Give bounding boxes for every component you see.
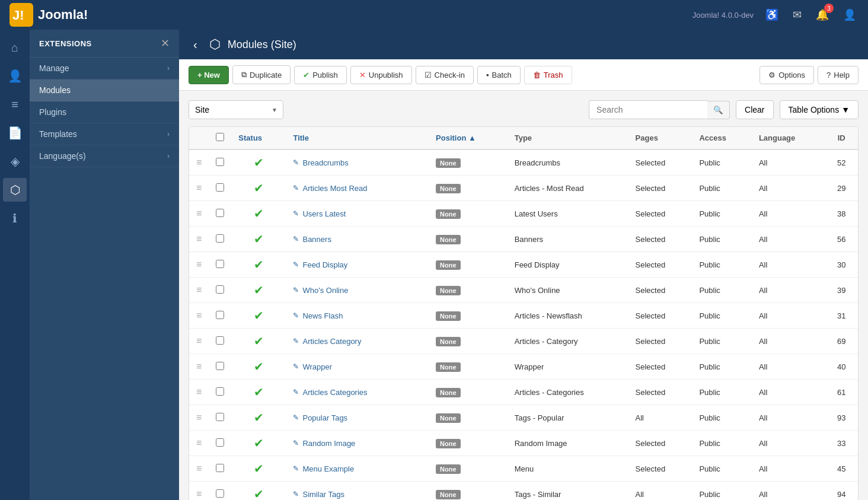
- row-status[interactable]: ✔: [231, 252, 286, 278]
- components-icon-btn[interactable]: ◈: [3, 149, 27, 173]
- row-title-link[interactable]: ✎ Breadcrumbs: [293, 158, 422, 167]
- drag-handle[interactable]: ≡: [189, 227, 209, 252]
- row-checkbox[interactable]: [216, 413, 224, 421]
- col-status[interactable]: Status: [231, 127, 286, 149]
- back-button[interactable]: ‹: [189, 36, 202, 54]
- left-icon-strip: ⌂ 👤 ≡ 📄 ◈ ⬡ ℹ: [0, 30, 30, 500]
- row-title-link[interactable]: ✎ Articles Most Read: [293, 184, 422, 193]
- drag-handle[interactable]: ≡: [189, 482, 209, 501]
- row-checkbox[interactable]: [216, 311, 224, 319]
- drag-handle[interactable]: ≡: [189, 201, 209, 227]
- row-checkbox[interactable]: [216, 336, 224, 345]
- row-checkbox[interactable]: [216, 438, 224, 447]
- col-position[interactable]: Position ▲: [429, 127, 508, 149]
- menu-icon-btn[interactable]: ≡: [3, 93, 27, 116]
- drag-handle[interactable]: ≡: [189, 431, 209, 456]
- row-checkbox[interactable]: [216, 158, 224, 166]
- row-title-link[interactable]: ✎ Random Image: [293, 439, 422, 448]
- drag-handle[interactable]: ≡: [189, 456, 209, 482]
- row-title: ✎ Popular Tags: [286, 405, 429, 431]
- row-status[interactable]: ✔: [231, 303, 286, 329]
- row-title-link[interactable]: ✎ Articles Categories: [293, 388, 422, 397]
- info-icon-btn[interactable]: ℹ: [3, 206, 27, 230]
- row-checkbox[interactable]: [216, 209, 224, 217]
- drag-handle[interactable]: ≡: [189, 329, 209, 354]
- mail-icon-btn[interactable]: ✉: [790, 6, 804, 24]
- row-checkbox[interactable]: [216, 234, 224, 243]
- row-status[interactable]: ✔: [231, 405, 286, 431]
- home-icon-btn[interactable]: ⌂: [3, 36, 27, 59]
- drag-handle[interactable]: ≡: [189, 380, 209, 405]
- row-status[interactable]: ✔: [231, 431, 286, 456]
- row-status[interactable]: ✔: [231, 456, 286, 482]
- user-icon-btn[interactable]: 👤: [841, 6, 859, 24]
- row-status[interactable]: ✔: [231, 380, 286, 405]
- users-icon-btn[interactable]: 👤: [3, 64, 27, 88]
- row-id: 69: [825, 329, 858, 354]
- row-status[interactable]: ✔: [231, 329, 286, 354]
- row-title-link[interactable]: ✎ Users Latest: [293, 209, 422, 218]
- row-title-link[interactable]: ✎ News Flash: [293, 311, 422, 320]
- clear-button[interactable]: Clear: [736, 100, 773, 119]
- col-drag: [189, 127, 209, 149]
- batch-button[interactable]: ▪ Batch: [477, 66, 521, 84]
- row-checkbox[interactable]: [216, 387, 224, 396]
- col-title[interactable]: Title: [286, 127, 429, 149]
- sidebar-close-btn[interactable]: ✕: [161, 37, 170, 50]
- row-title-link[interactable]: ✎ Articles Category: [293, 337, 422, 346]
- drag-handle[interactable]: ≡: [189, 405, 209, 431]
- drag-handle[interactable]: ≡: [189, 278, 209, 303]
- new-button[interactable]: + New: [189, 66, 229, 84]
- table-options-button[interactable]: Table Options ▼: [780, 100, 859, 119]
- row-status[interactable]: ✔: [231, 227, 286, 252]
- row-status[interactable]: ✔: [231, 149, 286, 176]
- row-title-link[interactable]: ✎ Wrapper: [293, 362, 422, 371]
- row-title-link[interactable]: ✎ Menu Example: [293, 464, 422, 473]
- sidebar-item-languages[interactable]: Language(s) ›: [30, 145, 179, 167]
- row-status[interactable]: ✔: [231, 482, 286, 501]
- drag-handle[interactable]: ≡: [189, 354, 209, 380]
- site-select[interactable]: Site: [189, 100, 283, 119]
- row-checkbox[interactable]: [216, 285, 224, 294]
- sidebar-item-modules[interactable]: Modules: [30, 79, 179, 101]
- row-status[interactable]: ✔: [231, 278, 286, 303]
- unpublish-button[interactable]: ✕ Unpublish: [350, 66, 412, 84]
- drag-handle[interactable]: ≡: [189, 303, 209, 329]
- checkin-button[interactable]: ☑ Check-in: [416, 66, 474, 84]
- content-icon-btn[interactable]: 📄: [3, 121, 27, 145]
- row-checkbox[interactable]: [216, 183, 224, 192]
- row-checkbox[interactable]: [216, 260, 224, 268]
- row-checkbox[interactable]: [216, 362, 224, 370]
- search-submit-button[interactable]: 🔍: [707, 101, 730, 119]
- duplicate-button[interactable]: ⧉ Duplicate: [232, 65, 291, 84]
- notifications-icon-btn[interactable]: 🔔 3: [813, 6, 831, 24]
- drag-handle[interactable]: ≡: [189, 149, 209, 176]
- drag-handle[interactable]: ≡: [189, 252, 209, 278]
- table-row: ≡ ✔ ✎ Similar Tags None Tags - Similar A…: [189, 482, 858, 501]
- row-position: None: [429, 431, 508, 456]
- drag-handle[interactable]: ≡: [189, 176, 209, 201]
- options-button[interactable]: ⚙ Options: [760, 66, 814, 84]
- row-title-link[interactable]: ✎ Similar Tags: [293, 490, 422, 499]
- accessibility-icon-btn[interactable]: ♿: [763, 6, 781, 24]
- row-checkbox[interactable]: [216, 489, 224, 498]
- row-status[interactable]: ✔: [231, 201, 286, 227]
- row-title-link[interactable]: ✎ Banners: [293, 235, 422, 244]
- trash-button[interactable]: 🗑 Trash: [524, 66, 572, 84]
- row-title-link[interactable]: ✎ Feed Display: [293, 260, 422, 269]
- row-title-link[interactable]: ✎ Popular Tags: [293, 413, 422, 422]
- row-title-link[interactable]: ✎ Who's Online: [293, 286, 422, 295]
- sidebar-item-manage[interactable]: Manage ›: [30, 58, 179, 79]
- search-input[interactable]: [589, 100, 707, 119]
- row-checkbox[interactable]: [216, 464, 224, 472]
- sidebar-item-plugins[interactable]: Plugins: [30, 101, 179, 123]
- trash-icon: 🗑: [533, 71, 541, 79]
- publish-button[interactable]: ✔ Publish: [294, 66, 347, 84]
- extensions-icon-btn[interactable]: ⬡: [3, 178, 27, 202]
- sidebar-item-templates[interactable]: Templates ›: [30, 123, 179, 145]
- row-title: ✎ Menu Example: [286, 456, 429, 482]
- help-button[interactable]: ? Help: [818, 66, 859, 84]
- row-status[interactable]: ✔: [231, 354, 286, 380]
- row-status[interactable]: ✔: [231, 176, 286, 201]
- select-all-checkbox[interactable]: [216, 133, 224, 141]
